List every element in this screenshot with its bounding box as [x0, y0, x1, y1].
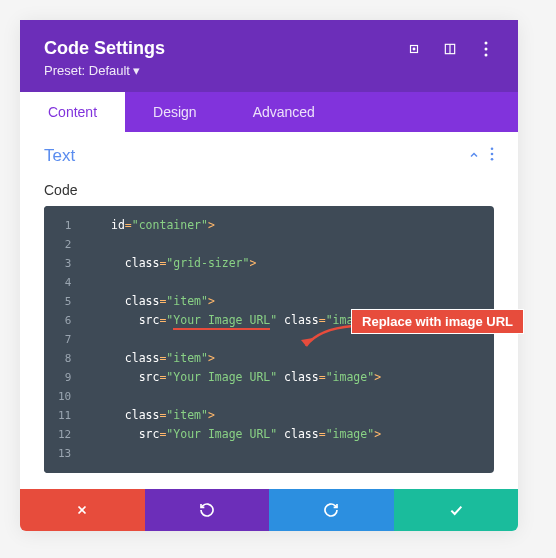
annotation-arrow-icon: [298, 324, 358, 354]
section-text: Text: [20, 132, 518, 172]
cancel-button[interactable]: [20, 489, 145, 531]
svg-point-6: [485, 53, 488, 56]
svg-point-1: [413, 48, 415, 50]
menu-icon[interactable]: [478, 41, 494, 57]
panel-icon[interactable]: [442, 41, 458, 57]
caret-down-icon: ▾: [133, 63, 140, 78]
svg-point-7: [491, 147, 494, 150]
annotation-callout: Replace with image URL: [351, 309, 524, 334]
section-title: Text: [44, 146, 75, 166]
line-gutter: 12345678910111213: [44, 206, 79, 473]
redo-button[interactable]: [269, 489, 394, 531]
header-row: Code Settings: [44, 38, 494, 59]
expand-icon[interactable]: [406, 41, 422, 57]
chevron-up-icon[interactable]: [468, 147, 480, 165]
undo-button[interactable]: [145, 489, 270, 531]
svg-point-5: [485, 47, 488, 50]
svg-point-9: [491, 158, 494, 161]
code-field-label: Code: [20, 172, 518, 206]
tab-content[interactable]: Content: [20, 92, 125, 132]
undo-icon: [199, 502, 215, 518]
section-controls: [468, 147, 494, 165]
tab-design[interactable]: Design: [125, 92, 225, 132]
tab-bar: Content Design Advanced: [20, 92, 518, 132]
section-menu-icon[interactable]: [490, 147, 494, 165]
preset-selector[interactable]: Preset: Default▾: [44, 63, 494, 78]
svg-marker-10: [301, 338, 313, 346]
check-icon: [448, 502, 464, 518]
tab-advanced[interactable]: Advanced: [225, 92, 343, 132]
svg-point-8: [491, 153, 494, 156]
editor-container: Replace with image URL 12345678910111213…: [20, 206, 518, 489]
modal-footer: [20, 489, 518, 531]
redo-icon: [323, 502, 339, 518]
svg-point-4: [485, 41, 488, 44]
settings-modal: Code Settings Preset: Default▾ Content D…: [20, 20, 518, 531]
section-header[interactable]: Text: [44, 146, 494, 166]
modal-header: Code Settings Preset: Default▾: [20, 20, 518, 92]
close-icon: [75, 503, 89, 517]
header-actions: [406, 41, 494, 57]
confirm-button[interactable]: [394, 489, 519, 531]
modal-title: Code Settings: [44, 38, 165, 59]
code-editor[interactable]: 12345678910111213 id="container"> class=…: [44, 206, 494, 473]
preset-label: Preset: Default: [44, 63, 130, 78]
